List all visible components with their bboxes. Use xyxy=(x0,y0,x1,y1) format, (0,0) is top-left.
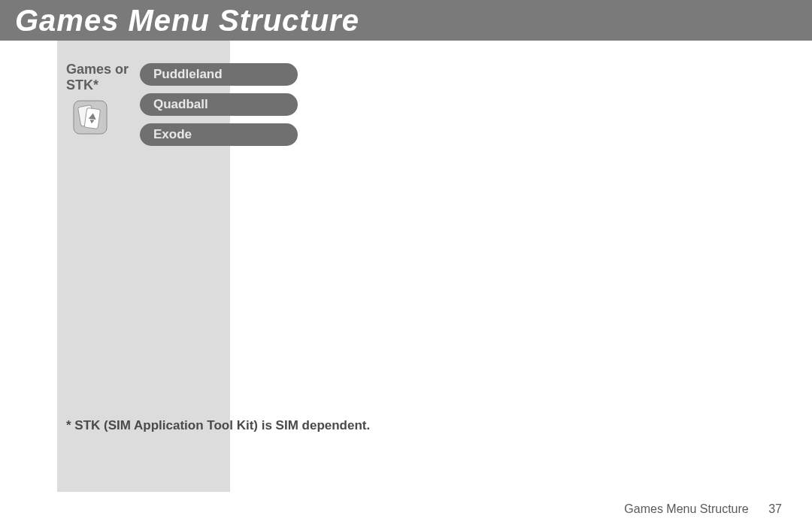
menu-item-puddleland[interactable]: Puddleland xyxy=(140,63,298,86)
menu-item-exode[interactable]: Exode xyxy=(140,123,298,146)
header-bar: Games Menu Structure xyxy=(0,0,812,41)
menu-item-label: Quadball xyxy=(153,97,208,112)
page-title: Games Menu Structure xyxy=(15,4,359,38)
games-cards-icon xyxy=(72,99,108,135)
menu-item-label: Puddleland xyxy=(153,67,223,82)
menu-category-label: Games or STK* xyxy=(66,62,134,93)
footnote-text: * STK (SIM Application Tool Kit) is SIM … xyxy=(66,418,370,433)
page-footer: Games Menu Structure 37 xyxy=(624,502,782,516)
menu-items-list: Puddleland Quadball Exode xyxy=(140,63,298,153)
footer-page-number: 37 xyxy=(768,502,782,515)
menu-item-quadball[interactable]: Quadball xyxy=(140,93,298,116)
menu-item-label: Exode xyxy=(153,127,192,142)
footer-section: Games Menu Structure xyxy=(624,502,748,515)
